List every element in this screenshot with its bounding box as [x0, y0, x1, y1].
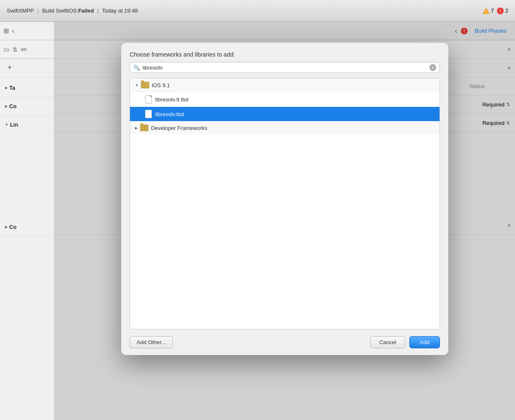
warning-icon: ! [482, 7, 490, 15]
svg-text:!: ! [499, 9, 501, 13]
file-icon-libresolv [145, 110, 152, 118]
env-label: en [21, 47, 26, 52]
search-clear-button[interactable]: ✕ [429, 64, 436, 71]
file-item-libresolv9[interactable]: libresolv.9.tbd [130, 92, 440, 106]
sidebar: ⊞ ‹ ▭ ⇅ en + ▶ Ta ▶ Co ▼ Lin [0, 22, 55, 420]
file-list: ▼ iOS 9.1 libresolv.9.tbd libresolv [130, 78, 440, 329]
sidebar-spacer [0, 134, 54, 218]
warning-count: 7 [491, 8, 494, 14]
sep2: | [97, 8, 99, 14]
ios-group-label: iOS 9.1 [152, 82, 170, 88]
sidebar-label-co1: Co [9, 103, 16, 109]
titlebar: SwiftXMPP | Build SwiftiOS: Failed | Tod… [0, 0, 515, 22]
sidebar-item-ta[interactable]: ▶ Ta [0, 79, 54, 97]
add-button[interactable]: Add [409, 336, 440, 348]
file-label-libresolv: libresolv.tbd [155, 111, 184, 117]
sep1: | [37, 8, 39, 14]
panel-icon[interactable]: ▭ [3, 46, 9, 53]
modal-footer: Add Other... Cancel Add [121, 329, 448, 355]
sidebar-label-co2: Co [9, 224, 16, 230]
project-name: SwiftXMPP [7, 8, 34, 14]
cancel-button[interactable]: Cancel [370, 336, 405, 348]
modal-title: Choose frameworks and libraries to add: [130, 51, 440, 58]
sidebar-item-co1[interactable]: ▶ Co [0, 97, 54, 116]
build-status-result: Failed [78, 8, 94, 14]
search-box: 🔍 ✕ [130, 62, 440, 73]
error-badge: ! 2 [497, 7, 508, 15]
file-item-libresolv[interactable]: libresolv.tbd [130, 106, 440, 121]
dev-group: ▶ Developer Frameworks [130, 121, 440, 135]
sidebar-add-bar: + [0, 59, 54, 77]
expand-icon-lin: ▼ [5, 123, 8, 127]
dev-group-triangle: ▶ [135, 126, 138, 130]
add-other-button[interactable]: Add Other... [130, 336, 173, 348]
ios-group-triangle: ▼ [135, 83, 138, 87]
search-input[interactable] [143, 65, 427, 71]
expand-icon-co1: ▶ [5, 104, 8, 108]
dev-folder-icon [140, 124, 148, 131]
error-icon: ! [497, 7, 504, 15]
chevron-left-icon[interactable]: ‹ [12, 27, 14, 35]
build-time: Today at 19:48 [102, 8, 138, 14]
sidebar-item-co2[interactable]: ▶ Co [0, 218, 54, 236]
badge-area: ! 7 ! 2 [482, 7, 508, 15]
search-icon: 🔍 [133, 65, 140, 71]
modal-dialog: Choose frameworks and libraries to add: … [121, 43, 448, 355]
expand-icon-ta: ▶ [5, 86, 8, 90]
ios-group-header[interactable]: ▼ iOS 9.1 [130, 78, 440, 92]
sidebar-label-lin: Lin [10, 122, 18, 128]
sidebar-item-lin[interactable]: ▼ Lin [0, 116, 54, 134]
file-icon-libresolv9 [145, 95, 152, 104]
sidebar-toolbar: ⊞ ‹ [0, 22, 54, 40]
file-label-libresolv9: libresolv.9.tbd [155, 96, 188, 103]
right-panel: ‹ ! Build Phases × × Status Required ⇅ [55, 22, 515, 420]
dev-group-header[interactable]: ▶ Developer Frameworks [130, 121, 440, 135]
main-layout: ⊞ ‹ ▭ ⇅ en + ▶ Ta ▶ Co ▼ Lin [0, 22, 515, 420]
add-phase-button[interactable]: + [5, 63, 14, 73]
dev-group-label: Developer Frameworks [151, 125, 207, 131]
sidebar-label-ta: Ta [9, 85, 15, 91]
updown-icon[interactable]: ⇅ [13, 46, 18, 53]
sidebar-content: ▶ Ta ▶ Co ▼ Lin ▶ Co [0, 77, 54, 420]
expand-icon-co2: ▶ [5, 225, 8, 229]
warning-badge: ! 7 [482, 7, 494, 15]
ios-folder-icon [141, 82, 149, 88]
build-status-prefix: Build SwiftiOS: [42, 8, 78, 14]
svg-text:!: ! [485, 10, 486, 14]
grid-icon[interactable]: ⊞ [3, 27, 9, 35]
sidebar-panel-bar: ▭ ⇅ en [0, 40, 54, 59]
ios-group: ▼ iOS 9.1 libresolv.9.tbd libresolv [130, 78, 440, 121]
modal-overlay: Choose frameworks and libraries to add: … [55, 22, 515, 420]
modal-header: Choose frameworks and libraries to add: … [121, 43, 448, 78]
error-count: 2 [505, 8, 508, 14]
